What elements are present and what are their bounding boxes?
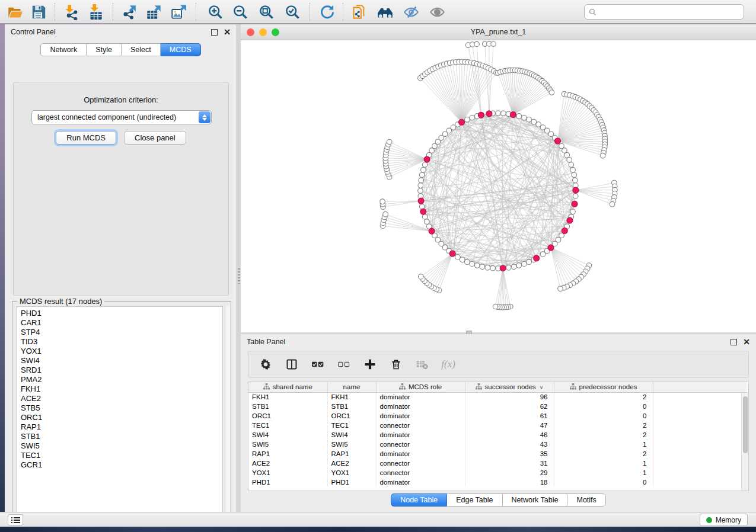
mcds-result-item[interactable]: SWI5 — [21, 441, 222, 451]
mcds-result-item[interactable]: FKH1 — [21, 384, 222, 394]
table-cell[interactable]: PHD1 — [327, 477, 376, 487]
table-cell[interactable]: 1 — [554, 440, 653, 449]
table-row[interactable]: STB1STB1dominator620 — [248, 402, 747, 411]
table-cell[interactable]: 1 — [554, 459, 653, 468]
table-cell[interactable]: SWI5 — [327, 440, 376, 449]
table-row[interactable]: SWI4SWI4dominator462 — [248, 430, 747, 440]
tab-mcds[interactable]: MCDS — [161, 43, 201, 56]
mcds-result-item[interactable]: PMA2 — [21, 375, 222, 384]
mcds-result-item[interactable]: GCR1 — [21, 460, 222, 470]
tab-motifs[interactable]: Motifs — [567, 493, 605, 507]
import-table-icon[interactable] — [88, 4, 104, 20]
column-header-name[interactable]: name — [327, 382, 376, 392]
add-column-icon[interactable] — [363, 358, 377, 371]
float-window-icon[interactable] — [731, 339, 737, 345]
close-icon[interactable]: ✕ — [743, 339, 750, 345]
float-window-icon[interactable] — [211, 29, 218, 36]
table-cell[interactable]: RAP1 — [248, 449, 327, 459]
table-cell[interactable]: ACE2 — [248, 459, 327, 468]
mcds-result-item[interactable]: RAP1 — [21, 422, 222, 432]
close-panel-button[interactable]: Close panel — [124, 131, 186, 145]
table-cell[interactable]: 96 — [465, 392, 554, 402]
table-row[interactable]: TEC1TEC1connector472 — [248, 421, 747, 430]
memory-button[interactable]: Memory — [700, 514, 748, 526]
tab-network[interactable]: Network — [40, 43, 87, 56]
column-header-mcds-role[interactable]: MCDS role — [376, 382, 465, 392]
table-cell[interactable]: 43 — [465, 440, 554, 449]
table-cell[interactable]: YOX1 — [248, 468, 327, 477]
table-row[interactable]: YOX1YOX1connector291 — [248, 468, 747, 477]
zoom-out-icon[interactable] — [232, 4, 248, 20]
table-cell[interactable]: 2 — [554, 392, 653, 402]
zoom-fit-icon[interactable] — [259, 4, 275, 20]
refresh-layout-icon[interactable] — [319, 4, 335, 20]
close-icon[interactable]: ✕ — [224, 29, 231, 36]
table-cell[interactable]: PHD1 — [248, 477, 327, 487]
table-cell[interactable]: dominator — [376, 392, 465, 402]
table-cell[interactable]: ORC1 — [248, 411, 327, 421]
mcds-result-item[interactable]: SRD1 — [21, 366, 222, 375]
table-cell[interactable]: SWI5 — [248, 440, 327, 449]
table-cell[interactable]: connector — [376, 440, 465, 449]
table-row[interactable]: FKH1FKH1dominator962 — [248, 392, 747, 402]
column-header-predecessor-nodes[interactable]: predecessor nodes — [554, 382, 653, 392]
scrollbar-thumb[interactable] — [743, 396, 748, 453]
mcds-result-item[interactable]: YOX1 — [21, 347, 222, 356]
tab-style[interactable]: Style — [87, 43, 122, 56]
network-graph[interactable] — [241, 40, 756, 332]
table-cell[interactable]: SWI4 — [327, 430, 376, 440]
network-view-titlebar[interactable]: YPA_prune.txt_1 — [241, 24, 756, 40]
table-cell[interactable]: connector — [376, 468, 465, 477]
table-cell[interactable]: 35 — [465, 449, 554, 459]
import-network-icon[interactable] — [63, 4, 79, 20]
network-search-field[interactable] — [584, 4, 744, 20]
tab-edge-table[interactable]: Edge Table — [447, 493, 502, 507]
export-network-icon[interactable] — [121, 4, 137, 20]
zoom-selected-icon[interactable] — [285, 4, 301, 20]
mcds-result-item[interactable]: CAR1 — [21, 318, 222, 328]
table-cell[interactable]: 2 — [554, 430, 653, 440]
table-cell[interactable]: ORC1 — [327, 411, 376, 421]
table-cell[interactable]: connector — [376, 459, 465, 468]
table-cell[interactable]: connector — [376, 421, 465, 430]
table-cell[interactable]: SWI4 — [248, 430, 327, 440]
delete-column-icon[interactable] — [390, 358, 403, 371]
save-session-icon[interactable] — [31, 4, 47, 20]
mcds-result-item[interactable]: STP4 — [21, 328, 222, 337]
tab-node-table[interactable]: Node Table — [391, 493, 447, 507]
search-input[interactable] — [599, 8, 744, 16]
mcds-result-item[interactable]: PHD1 — [21, 309, 222, 318]
table-cell[interactable]: dominator — [376, 402, 465, 411]
table-cell[interactable]: RAP1 — [327, 449, 376, 459]
table-cell[interactable]: 46 — [465, 430, 554, 440]
table-cell[interactable]: STB1 — [327, 402, 376, 411]
minimize-window-icon[interactable] — [259, 28, 267, 36]
table-cell[interactable]: FKH1 — [248, 392, 327, 402]
table-cell[interactable]: 29 — [465, 468, 554, 477]
table-cell[interactable]: 47 — [465, 421, 554, 430]
table-cell[interactable]: 0 — [554, 402, 653, 411]
optimization-criterion-select[interactable]: largest connected component (undirected) — [31, 110, 212, 124]
table-row[interactable]: SWI5SWI5connector431 — [248, 440, 747, 449]
show-columns-icon[interactable] — [285, 358, 298, 371]
table-cell[interactable]: 2 — [554, 449, 653, 459]
table-row[interactable]: ACE2ACE2connector311 — [248, 459, 747, 468]
zoom-in-icon[interactable] — [208, 4, 224, 20]
mcds-result-item[interactable]: STB1 — [21, 432, 222, 441]
tab-network-table[interactable]: Network Table — [503, 493, 568, 507]
table-cell[interactable]: TEC1 — [327, 421, 376, 430]
table-options-gear-icon[interactable] — [259, 358, 272, 371]
run-mcds-button[interactable]: Run MCDS — [56, 131, 116, 145]
splitter-grip[interactable] — [238, 268, 240, 284]
table-cell[interactable]: 18 — [465, 477, 554, 487]
table-cell[interactable]: dominator — [376, 430, 465, 440]
search-network-icon[interactable] — [377, 4, 393, 20]
column-header-shared-name[interactable]: shared name — [248, 382, 327, 392]
table-cell[interactable]: 61 — [465, 411, 554, 421]
mcds-result-item[interactable]: STB5 — [21, 403, 222, 413]
table-cell[interactable]: dominator — [376, 449, 465, 459]
mcds-result-item[interactable]: TEC1 — [21, 451, 222, 460]
mcds-result-scrollbar[interactable] — [225, 306, 230, 515]
mcds-result-item[interactable]: ACE2 — [21, 394, 222, 403]
table-cell[interactable]: STB1 — [248, 402, 327, 411]
